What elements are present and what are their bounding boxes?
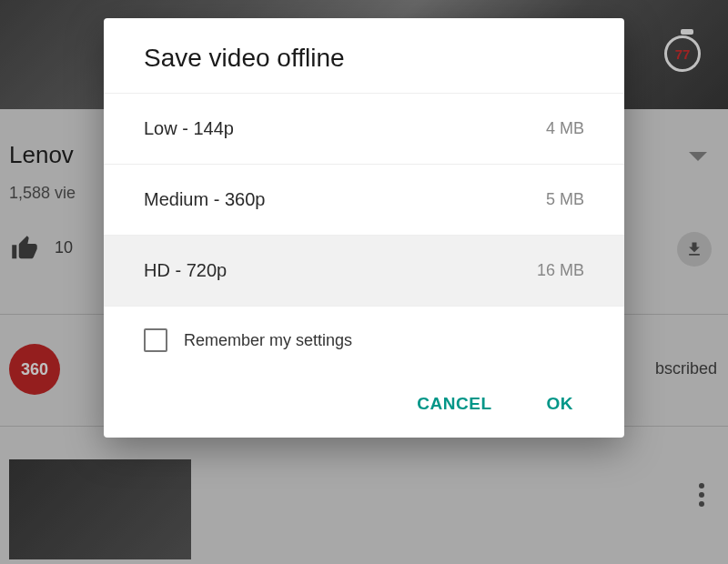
quality-label: HD - 720p <box>144 260 227 281</box>
dialog-actions: CANCEL OK <box>104 359 624 438</box>
quality-label: Medium - 360p <box>144 189 265 210</box>
quality-size: 16 MB <box>537 261 584 280</box>
quality-option-hd[interactable]: HD - 720p 16 MB <box>104 235 624 306</box>
quality-option-low[interactable]: Low - 144p 4 MB <box>104 93 624 164</box>
remember-checkbox[interactable] <box>144 328 167 352</box>
cancel-button[interactable]: CANCEL <box>417 394 491 414</box>
remember-label: Remember my settings <box>184 331 352 350</box>
quality-size: 4 MB <box>546 119 584 138</box>
dialog-title: Save video offline <box>104 18 624 93</box>
remember-settings-row[interactable]: Remember my settings <box>104 306 624 359</box>
quality-size: 5 MB <box>546 190 584 209</box>
quality-label: Low - 144p <box>144 118 234 139</box>
ok-button[interactable]: OK <box>547 394 574 414</box>
quality-option-medium[interactable]: Medium - 360p 5 MB <box>104 164 624 235</box>
save-offline-dialog: Save video offline Low - 144p 4 MB Mediu… <box>104 18 624 438</box>
